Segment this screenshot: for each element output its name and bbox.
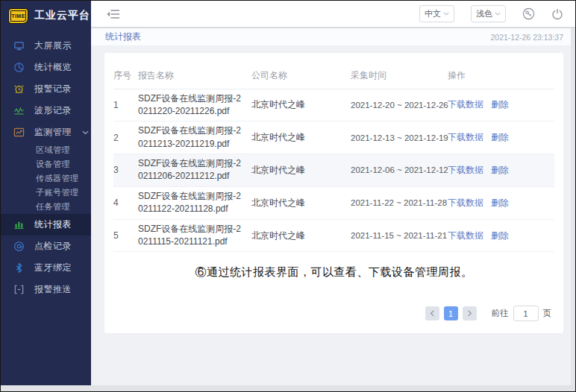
at-icon — [13, 241, 25, 252]
sidebar-item-bluetooth-binding[interactable]: 蓝牙绑定 — [1, 257, 91, 279]
app-title: 工业云平台 — [34, 9, 90, 22]
page-1-button[interactable]: 1 — [444, 306, 458, 320]
report-name: SDZF设备在线监测周报-20211220-20211226.pdf — [138, 89, 251, 121]
scrollbar[interactable] — [571, 28, 575, 385]
download-data-link[interactable]: 下载数据 — [448, 197, 483, 208]
company-name: 北京时代之峰 — [251, 89, 351, 121]
app-window: TIME 工业云平台 大屏展示 统计概览 报警记录 — [0, 0, 576, 392]
company-name: 北京时代之峰 — [251, 219, 351, 252]
annotation-text: ⑥通过统计报表界面，可以查看、下载设备管理周报。 — [113, 265, 554, 279]
table-row: 1 SDZF设备在线监测周报-20211220-20211226.pdf 北京时… — [113, 89, 554, 121]
bluetooth-icon — [13, 262, 25, 274]
password-key-icon[interactable] — [522, 7, 535, 20]
sidebar-subitem-device-mgmt[interactable]: 设备管理 — [1, 157, 91, 171]
sidebar-item-stats-report[interactable]: 统计报表 — [1, 214, 91, 235]
collection-period: 2021-12-20 ~ 2021-12-26 — [351, 89, 448, 121]
sidebar-item-alarm-push[interactable]: 报警推送 — [1, 279, 91, 300]
report-table: 序号 报告名称 公司名称 采集时间 操作 1 SDZF设备在线监测周报-2021… — [113, 68, 554, 252]
sidebar-item-label: 统计报表 — [34, 218, 72, 231]
language-select[interactable]: 中文 — [419, 5, 454, 22]
theme-select-value: 浅色 — [476, 8, 492, 19]
prev-page-button[interactable] — [425, 306, 439, 320]
col-operation: 操作 — [448, 68, 554, 89]
sidebar-item-label: 点检记录 — [34, 240, 72, 253]
report-name: SDZF设备在线监测周报-20211115-20211121.pdf — [138, 219, 251, 252]
collection-period: 2021-12-06 ~ 2021-12-12 — [351, 154, 448, 187]
report-name: SDZF设备在线监测周报-20211122-20211128.pdf — [138, 186, 251, 219]
row-index: 3 — [113, 154, 138, 187]
company-name: 北京时代之峰 — [251, 186, 351, 219]
sidebar-subitem-task-mgmt[interactable]: 任务管理 — [1, 200, 91, 214]
time-logo-icon: TIME — [8, 8, 28, 24]
table-header-row: 序号 报告名称 公司名称 采集时间 操作 — [113, 68, 554, 89]
sidebar-item-monitoring-mgmt[interactable]: 监测管理 — [1, 121, 91, 143]
breadcrumb-bar: 统计报表 2021-12-26 23:13:37 — [91, 28, 575, 45]
sidebar-item-alarm-records[interactable]: 报警记录 — [1, 78, 91, 100]
header-controls: 中文 浅色 — [419, 5, 563, 22]
sidebar-item-screen-display[interactable]: 大屏展示 — [1, 35, 91, 57]
language-select-value: 中文 — [425, 8, 441, 19]
logo: TIME 工业云平台 — [1, 1, 91, 31]
delete-link[interactable]: 删除 — [491, 165, 509, 175]
download-data-link[interactable]: 下载数据 — [448, 230, 483, 241]
chevron-down-icon — [495, 12, 501, 16]
goto-page-input[interactable] — [513, 306, 539, 321]
download-data-link[interactable]: 下载数据 — [448, 99, 483, 110]
row-index: 4 — [113, 186, 138, 219]
company-name: 北京时代之峰 — [251, 154, 351, 187]
bar-chart-icon — [13, 219, 25, 230]
col-company-name: 公司名称 — [251, 68, 351, 89]
row-index: 5 — [113, 219, 138, 252]
report-name: SDZF设备在线监测周报-20211206-20211212.pdf — [138, 154, 251, 187]
timestamp: 2021-12-26 23:13:37 — [491, 33, 564, 42]
row-index: 2 — [113, 121, 138, 154]
chevron-down-icon — [443, 12, 449, 16]
table-row: 2 SDZF设备在线监测周报-20211213-20211219.pdf 北京时… — [113, 121, 554, 154]
alarm-clock-icon — [13, 83, 25, 95]
top-header: 中文 浅色 — [91, 1, 575, 28]
monitor-icon — [13, 40, 25, 51]
download-data-link[interactable]: 下载数据 — [448, 132, 483, 142]
delete-link[interactable]: 删除 — [491, 132, 509, 142]
sidebar-item-label: 蓝牙绑定 — [34, 262, 72, 274]
menu-fold-icon[interactable] — [107, 9, 120, 19]
delete-link[interactable]: 删除 — [491, 197, 509, 208]
sidebar-item-label: 统计概览 — [34, 61, 72, 74]
sidebar-item-stats-overview[interactable]: 统计概览 — [1, 57, 91, 78]
table-row: 3 SDZF设备在线监测周报-20211206-20211212.pdf 北京时… — [113, 154, 554, 187]
window-bottom-edge — [1, 385, 575, 391]
push-brackets-icon — [13, 284, 25, 295]
report-name: SDZF设备在线监测周报-20211213-20211219.pdf — [138, 121, 251, 154]
col-collection-time: 采集时间 — [351, 68, 448, 89]
delete-link[interactable]: 删除 — [491, 230, 509, 241]
table-row: 4 SDZF设备在线监测周报-20211122-20211128.pdf 北京时… — [113, 186, 554, 219]
sidebar-nav: 大屏展示 统计概览 报警记录 波形记录 — [1, 35, 91, 300]
sidebar-subitem-region-mgmt[interactable]: 区域管理 — [1, 143, 91, 157]
sidebar-item-label: 大屏展示 — [34, 39, 72, 52]
sidebar-item-spot-check[interactable]: 点检记录 — [1, 235, 91, 257]
content-area: 序号 报告名称 公司名称 采集时间 操作 1 SDZF设备在线监测周报-2021… — [91, 45, 575, 385]
theme-select[interactable]: 浅色 — [471, 5, 506, 22]
breadcrumb[interactable]: 统计报表 — [105, 31, 141, 43]
row-index: 1 — [113, 89, 138, 121]
download-data-link[interactable]: 下载数据 — [448, 165, 483, 175]
power-icon[interactable] — [551, 8, 563, 20]
col-index: 序号 — [113, 68, 138, 89]
collection-period: 2021-12-13 ~ 2021-12-19 — [351, 121, 448, 154]
collection-period: 2021-11-22 ~ 2021-11-28 — [351, 186, 448, 219]
monitoring-submenu: 区域管理 设备管理 传感器管理 子账号管理 任务管理 — [1, 143, 91, 214]
next-page-button[interactable] — [463, 306, 477, 320]
sidebar-item-label: 波形记录 — [34, 104, 72, 117]
sidebar-subitem-sensor-mgmt[interactable]: 传感器管理 — [1, 171, 91, 186]
delete-link[interactable]: 删除 — [491, 99, 509, 110]
sidebar-subitem-subaccount-mgmt[interactable]: 子账号管理 — [1, 186, 91, 200]
company-name: 北京时代之峰 — [251, 121, 351, 154]
waveform-icon — [13, 105, 25, 116]
sidebar: TIME 工业云平台 大屏展示 统计概览 报警记录 — [1, 1, 91, 385]
goto-label: 前往 — [492, 308, 509, 319]
sidebar-item-label: 报警推送 — [34, 283, 72, 296]
trend-chart-icon — [13, 127, 25, 138]
pagination: 1 前往 页 — [113, 306, 554, 324]
sidebar-item-waveform-records[interactable]: 波形记录 — [1, 100, 91, 121]
page-unit-label: 页 — [543, 308, 552, 319]
